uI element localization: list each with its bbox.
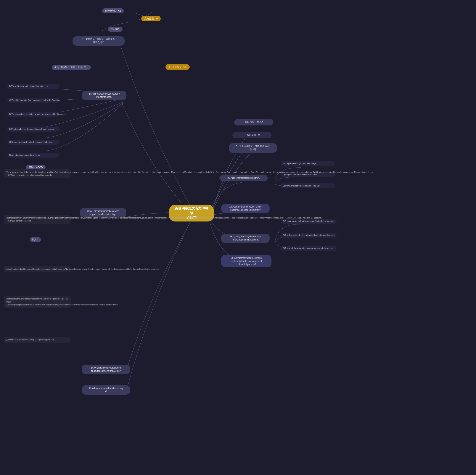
ans-d-aware-label: D)Theyarefullyawareoftheexpensesinvolved… [283,247,333,249]
recommend-label: 推荐准确数：8道 [104,9,121,12]
q27-node: 27.A)Theyareusuallyadoptedfro mdistantpl… [82,91,126,100]
example-node: 例题：2007年12月第一篇短文听力 [52,65,91,70]
ans-d-aware-node: D)Theyarefullyawareoftheexpensesinvolved… [281,246,337,251]
ans-b-most-label: B)Mostpeopleprefertoadoptchildrenfromove… [9,128,54,130]
ans-c-mixed-node: C)Theyhavemixedfeelingsaboutfindingtheir… [281,233,337,238]
q27-label: 27.A)Theyareusuallyadoptedfro mdistantpl… [88,92,119,98]
text1-block: Whencouplesgetmarried,theyusuallyplantoh… [4,169,71,178]
text5-block: Questions26to29arebasedonthepassageyou'v… [4,337,71,343]
text3-label: Naturally,adoptedchildrenhavedifferentfe… [6,268,160,270]
text3-block: Naturally,adoptedchildrenhavedifferentfe… [4,266,71,272]
ans-d-keep-node: D)Theywantchildrentokeepthemcompany [281,183,335,188]
q29b-label: 29.Whatcanweinferfromthepassag e? [89,387,123,393]
q26a-label: 26.A)Theycarealotaboutchildren. [227,177,260,179]
ans-c-enrich-label: C)Theywanttoenrichtheirlifeexperience. [283,173,318,176]
q28a-label: 28.A)Theygenerallyholdbadfeeli ngtowards… [230,235,261,241]
q29a-label: 29.A)Earlyadoptionmakesforclos erparent-… [87,210,119,216]
recommend-node: 推荐准确数：8道 [102,8,124,13]
ans-d-love-label: D)Adoptionhasmuchtodownithlove. [9,154,41,156]
skill1-label: 1、视听基本一致 [244,134,260,136]
center-node: 英语四级短文听力冲刺核 心技巧 [169,205,214,221]
skill2-node: 2、顺序答题，首尾句，转折关系 等重点词汇 [72,36,125,46]
ans-b-birth-label: B)Theirbirthinformationisusuallykeptsecr… [9,85,49,87]
q27b-node: 27.Whyisitdifficultforadopteesto findout… [82,365,130,374]
q27b-label: 27.Whyisitdifficultforadopteesto findout… [91,366,121,372]
answer-abcd-node: 答案：ABCD [26,165,46,170]
ans-d-adopt-node: D)Theiradoptiveparentsdon'twantthemtokno… [7,112,60,117]
text2-block: Mostadoptedchildrenknowathattheyareadopt… [4,215,71,224]
q28b-label: 28.Whydomanyadopteesfindith ardtomakethe… [231,257,262,266]
q29b-node: 29.Whatcanweinferfromthepassag e? [82,385,130,395]
text4-label: Mostadopteeshavemixedfeelingsaboutfindin… [6,298,118,306]
ans-c-under-node: C)Understandingistheykeytosuccessfuladop… [7,140,60,145]
skill1-node: 1、视听基本一致 [232,132,272,138]
ans-c-mixed-label: C)Theyhavemixedfeelingsaboutfindingtheir… [283,234,335,236]
ans-d-love-node: D)Adoptionhasmuchtodownithlove. [7,153,60,158]
q26a-node: 26.A)Theycarealotaboutchildren. [220,175,268,181]
ans-b-most-node: B)Mostpeopleprefertoadoptchildrenfromove… [7,127,60,132]
skill4-label: 4、最高级会出题 [169,66,187,68]
q28a-node: 28.A)Theygenerallyholdbadfeeli ngtowards… [221,234,270,243]
ans-b-birth-node: B)Theirbirthinformationisusuallykeptsecr… [7,84,60,89]
yuanwen-label: 原文： [32,238,39,241]
ans-d-adopt-label: D)Theiradoptiveparentsdon'twantthemtokno… [9,113,66,115]
skill4-node: 4、最高级会出题 [166,64,190,70]
ans-d-keep-label: D)Theywantchildrentokeepthemcompany [283,185,320,187]
ans-c-under-label: C)Understandingistheykeytosuccessfuladop… [9,141,53,143]
skill3-label: 3、注意语调变化，升调(疑问句)时 会出题 [236,145,270,151]
yuanwen-node: 原文： [30,237,41,242]
answer-abcd-label: 答案：ABCD [29,166,43,169]
skill2-label: 2、顺序答题，首尾句，转折关系 等重点词汇 [82,38,115,44]
text4-block: Mostadopteeshavemixedfeelingsaboutfindin… [4,296,71,308]
qualify-node: 及格数量：6 [141,16,161,21]
question-range-label: 题目序号：26-35 [245,121,263,124]
ans-c-conceal-node: C)Theirbirthparentsoftentrytoconcealthei… [7,98,60,103]
q29a-node: 29.A)Earlyadoptionmakesforclos erparent-… [80,208,126,217]
core-skill-node: 核心技巧· [108,27,122,32]
ans-c-conceal-label: C)Theirbirthparentsoftentrytoconcealthei… [9,99,60,101]
skill3-node: 3、注意语调变化，升调(疑问句)时 会出题 [229,143,277,153]
ans-b-donot-label: B)Theydonotwanttohurtthefeelingsoftheira… [283,220,335,222]
ans-b-need-label: B)Theyneedlookingafterintheiroldage. [283,162,317,164]
q28b-node: 28.Whydomanyadopteesfindith ardtomakethe… [221,255,272,267]
question-range-node: 题目序号：26-35 [234,119,273,126]
ans-b-need-node: B)Theyneedlookingafterintheiroldage. [281,161,335,166]
core-skill-label: 核心技巧· [110,28,120,31]
q26b-node: 26.Accordingtothespeaker，why dosomecoupl… [221,204,270,213]
text2-label: Mostadoptedchildrenknowathattheyareadopt… [6,217,322,222]
q26b-label: 26.Accordingtothespeaker，why dosomecoupl… [229,205,262,211]
qualify-label: 及格数量：6 [144,17,158,20]
ans-b-donot-node: B)Theydonotwanttohurtthefeelingsoftheira… [281,219,337,224]
text5-label: Questions26to29arebasedonthepassageyou'v… [6,339,55,341]
example-label: 例题：2007年12月第一篇短文听力 [54,66,88,69]
